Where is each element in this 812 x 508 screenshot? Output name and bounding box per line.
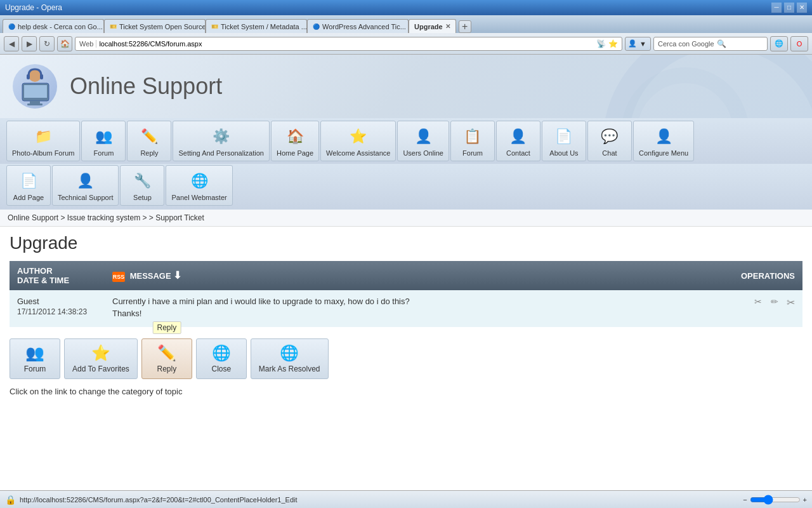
bookmark-icon[interactable]: ⭐ bbox=[608, 39, 618, 48]
user-menu[interactable]: 👤 ▼ bbox=[625, 37, 651, 51]
nav-contact[interactable]: 👤 Contact bbox=[496, 121, 540, 161]
tab-2[interactable]: 🎫 Ticket System Open Source ... ✕ bbox=[104, 19, 206, 33]
panel-webmaster-icon: 🌐 bbox=[188, 170, 211, 192]
table-row: Guest 17/11/2012 14:38:23 Currently i ha… bbox=[10, 290, 802, 327]
tab-3[interactable]: 🎫 Ticket System / Metadata ... ✕ bbox=[206, 19, 307, 33]
move-icon[interactable]: ✏ bbox=[764, 297, 778, 307]
nav-configure-menu[interactable]: 👤 Configure Menu bbox=[633, 121, 694, 161]
main-content: Upgrade AUTHOR DATE & TIME RSS MESSAGE ⬇… bbox=[0, 227, 812, 333]
reload-button[interactable]: ↻ bbox=[39, 36, 55, 51]
nav-forum-2[interactable]: 📋 Forum bbox=[450, 121, 495, 161]
nav-technical-support[interactable]: 👤 Technical Support bbox=[52, 165, 119, 206]
browser-toolbar: ◀ ▶ ↻ 🏠 Web localhost:52286/CMS/forum.as… bbox=[0, 33, 812, 55]
nav-users-online[interactable]: 👤 Users Online bbox=[397, 121, 449, 161]
operations-cell: ✂ ✏ ✂ bbox=[733, 290, 802, 327]
minimize-button[interactable]: ─ bbox=[771, 3, 782, 13]
browser-titlebar: Upgrade - Opera ─ □ ✕ bbox=[0, 0, 812, 15]
rss-icon[interactable]: RSS bbox=[112, 272, 125, 282]
users-online-icon: 👤 bbox=[412, 125, 435, 148]
edit-icon[interactable]: ✂ bbox=[748, 297, 762, 307]
col-message: RSS MESSAGE ⬇ bbox=[105, 261, 733, 290]
ticket-table: AUTHOR DATE & TIME RSS MESSAGE ⬇ OPERATI… bbox=[10, 261, 802, 327]
web-label: Web bbox=[79, 40, 96, 48]
nav-about[interactable]: 📄 About Us bbox=[542, 121, 586, 161]
nav-panel-webmaster[interactable]: 🌐 Panel Webmaster bbox=[166, 165, 232, 206]
new-tab-button[interactable]: + bbox=[459, 20, 471, 33]
nav-row-2: 📄 Add Page 👤 Technical Support 🔧 Setup 🌐… bbox=[0, 164, 812, 210]
nav-settings-label: Setting And Personalization bbox=[178, 149, 264, 157]
page-header: Online Support bbox=[0, 55, 812, 118]
tab-4[interactable]: 🔵 WordPress Advanced Tic... ✕ bbox=[307, 19, 409, 33]
reply-1-icon: ✏️ bbox=[138, 125, 160, 148]
tab-1[interactable]: 🔵 help desk - Cerca con Go... ✕ bbox=[3, 19, 104, 33]
breadcrumb: Online Support > Issue tracking system >… bbox=[0, 210, 812, 227]
favorites-label: Add To Favorites bbox=[72, 364, 129, 373]
favorites-button[interactable]: ⭐ Add To Favorites bbox=[64, 338, 138, 379]
photo-album-icon: 📁 bbox=[32, 125, 55, 148]
home-icon: 🏠 bbox=[284, 125, 306, 148]
welcome-icon: ⭐ bbox=[347, 125, 370, 148]
message-cell: Currently i have a mini plan and i would… bbox=[105, 290, 733, 327]
forum-1-icon: 👥 bbox=[92, 125, 115, 148]
delete-icon[interactable]: ✂ bbox=[781, 297, 795, 307]
home-button[interactable]: 🏠 bbox=[57, 36, 72, 51]
nav-forum-1[interactable]: 👥 Forum bbox=[81, 121, 126, 161]
forum-button[interactable]: 👥 Forum bbox=[10, 338, 60, 379]
browser-tabs: 🔵 help desk - Cerca con Go... ✕ 🎫 Ticket… bbox=[0, 15, 812, 33]
close-btn-icon: 🌐 bbox=[212, 344, 231, 362]
reply-tooltip: Reply bbox=[152, 321, 181, 334]
add-page-icon: 📄 bbox=[17, 170, 40, 192]
nav-chat-label: Chat bbox=[602, 149, 617, 157]
sort-arrow-icon[interactable]: ⬇ bbox=[173, 270, 181, 281]
nav-panel-webmaster-label: Panel Webmaster bbox=[171, 194, 226, 201]
close-button[interactable]: 🌐 Close bbox=[196, 338, 247, 379]
nav-reply-1[interactable]: ✏️ Reply bbox=[127, 121, 171, 161]
svg-rect-3 bbox=[27, 104, 43, 105]
tab-2-label: Ticket System Open Source ... bbox=[119, 23, 206, 30]
opera-icon[interactable]: O bbox=[790, 36, 808, 51]
tab-5-close[interactable]: ✕ bbox=[445, 23, 450, 30]
forward-button[interactable]: ▶ bbox=[22, 36, 37, 51]
window-controls[interactable]: ─ □ ✕ bbox=[771, 3, 807, 13]
close-button[interactable]: ✕ bbox=[797, 3, 807, 13]
breadcrumb-issue-tracking[interactable]: Issue tracking system bbox=[67, 213, 140, 222]
contact-icon: 👤 bbox=[507, 125, 530, 148]
translate-icon[interactable]: 🌐 bbox=[770, 36, 788, 51]
tab-4-label: WordPress Advanced Tic... bbox=[322, 23, 406, 30]
page-title: Upgrade bbox=[10, 233, 802, 253]
mark-resolved-button[interactable]: 🌐 Mark As Resolved bbox=[251, 338, 329, 379]
nav-row-1: 📁 Photo-Album Forum 👥 Forum ✏️ Reply ⚙️ … bbox=[0, 118, 812, 164]
nav-add-page[interactable]: 📄 Add Page bbox=[6, 165, 51, 206]
nav-settings[interactable]: ⚙️ Setting And Personalization bbox=[173, 121, 270, 161]
nav-home[interactable]: 🏠 Home Page bbox=[271, 121, 319, 161]
nav-photo-album[interactable]: 📁 Photo-Album Forum bbox=[6, 121, 80, 161]
message-line-2: Thanks! bbox=[112, 309, 726, 318]
nav-welcome[interactable]: ⭐ Welcome Assistance bbox=[320, 121, 396, 161]
nav-technical-support-label: Technical Support bbox=[58, 194, 113, 201]
back-button[interactable]: ◀ bbox=[4, 36, 19, 51]
nav-add-page-label: Add Page bbox=[13, 194, 44, 201]
search-icon: 🔍 bbox=[717, 39, 726, 48]
mark-resolved-icon: 🌐 bbox=[280, 344, 299, 362]
forum-btn-label: Forum bbox=[24, 364, 46, 373]
nav-photo-album-label: Photo-Album Forum bbox=[12, 149, 74, 157]
nav-chat[interactable]: 💬 Chat bbox=[587, 121, 632, 161]
svg-rect-5 bbox=[27, 74, 30, 79]
svg-rect-2 bbox=[30, 101, 40, 104]
nav-forum-1-label: Forum bbox=[94, 149, 114, 157]
forum-btn-icon: 👥 bbox=[25, 344, 44, 362]
nav-setup[interactable]: 🔧 Setup bbox=[120, 165, 164, 206]
breadcrumb-online-support[interactable]: Online Support bbox=[8, 213, 58, 222]
reply-button[interactable]: ✏️ Reply Reply bbox=[141, 338, 192, 379]
nav-home-label: Home Page bbox=[277, 149, 313, 157]
nav-setup-label: Setup bbox=[133, 194, 152, 201]
author-date: 17/11/2012 14:38:23 bbox=[17, 307, 97, 316]
setup-icon: 🔧 bbox=[131, 170, 154, 192]
breadcrumb-support-ticket: Support Ticket bbox=[155, 213, 204, 222]
address-bar[interactable]: Web localhost:52286/CMS/forum.aspx 📡 ⭐ bbox=[75, 37, 622, 51]
settings-icon: ⚙️ bbox=[210, 125, 233, 148]
maximize-button[interactable]: □ bbox=[784, 3, 794, 13]
search-bar[interactable]: Cerca con Google 🔍 bbox=[653, 37, 768, 51]
tab-5[interactable]: Upgrade ✕ bbox=[409, 19, 456, 33]
nav-about-label: About Us bbox=[549, 149, 578, 157]
